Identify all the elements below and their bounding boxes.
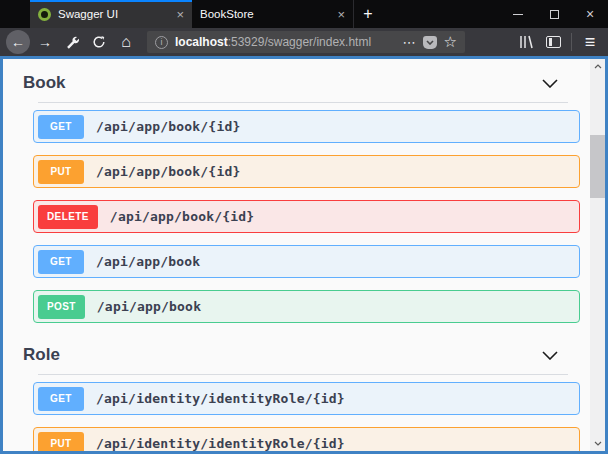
method-badge: PUT [38, 432, 84, 452]
section-divider [38, 102, 568, 103]
endpoint-path: /api/app/book/{id} [110, 209, 254, 224]
library-button[interactable] [514, 30, 538, 54]
chevron-down-icon [594, 441, 602, 446]
titlebar-dragspace [0, 0, 30, 28]
section-title: Book [23, 73, 66, 93]
endpoint-row-delete[interactable]: DELETE/api/app/book/{id} [33, 200, 580, 233]
api-sections: BookGET/api/app/book/{id}PUT/api/app/boo… [3, 73, 590, 451]
scroll-down-button[interactable] [590, 436, 605, 451]
menu-button[interactable]: ≡ [578, 30, 602, 54]
tab-title: Swagger UI [58, 8, 168, 20]
new-tab-button[interactable]: + [354, 0, 382, 28]
tab-bookstore[interactable]: BookStore × [192, 0, 354, 28]
endpoint-path: /api/app/book/{id} [96, 164, 240, 179]
vertical-scrollbar[interactable] [590, 59, 605, 451]
site-info-icon[interactable]: i [155, 36, 168, 49]
endpoint-path: /api/identity/identityRole/{id} [96, 436, 345, 451]
endpoint-path: /api/app/book/{id} [96, 119, 240, 134]
forward-icon: → [38, 34, 52, 50]
api-section-role: RoleGET/api/identity/identityRole/{id}PU… [3, 335, 590, 451]
method-badge: POST [38, 295, 85, 319]
section-divider [38, 374, 568, 375]
endpoint-row-get[interactable]: GET/api/identity/identityRole/{id} [33, 382, 580, 415]
library-icon [519, 35, 534, 49]
endpoint-row-put[interactable]: PUT/api/identity/identityRole/{id} [33, 427, 580, 451]
back-icon: ← [11, 34, 25, 50]
endpoint-row-put[interactable]: PUT/api/app/book/{id} [33, 155, 580, 188]
toolbar-separator [571, 33, 572, 51]
pocket-icon[interactable] [423, 36, 437, 49]
home-icon: ⌂ [121, 33, 131, 51]
navigation-toolbar: ← → ⌂ i localhost:53929/swagger/index.ht… [0, 28, 608, 56]
sidebar-toggle-button[interactable] [541, 30, 565, 54]
tab-close-icon[interactable]: × [168, 7, 184, 22]
scroll-up-button[interactable] [590, 59, 605, 74]
window-controls: × [500, 0, 608, 28]
titlebar: Swagger UI × BookStore × + × [0, 0, 608, 28]
swagger-page: BookGET/api/app/book/{id}PUT/api/app/boo… [3, 59, 590, 451]
method-badge: GET [38, 115, 84, 139]
method-badge: PUT [38, 160, 84, 184]
address-bar[interactable]: i localhost:53929/swagger/index.html ⋯ ☆ [147, 31, 465, 53]
wrench-icon [65, 35, 79, 49]
page-content: BookGET/api/app/book/{id}PUT/api/app/boo… [0, 56, 608, 454]
url-host: localhost [175, 35, 228, 49]
browser-window: Swagger UI × BookStore × + × ← → ⌂ i loc… [0, 0, 608, 454]
chevron-up-icon [594, 64, 602, 69]
section-header-role[interactable]: Role [23, 335, 558, 365]
back-button[interactable]: ← [6, 30, 30, 54]
home-button[interactable]: ⌂ [114, 30, 138, 54]
chevron-down-icon [542, 79, 558, 88]
close-button[interactable]: × [572, 0, 608, 28]
maximize-icon [550, 10, 559, 19]
minimize-button[interactable] [500, 0, 536, 28]
page-actions-button[interactable]: ⋯ [403, 35, 416, 50]
swagger-favicon-icon [38, 8, 51, 21]
maximize-button[interactable] [536, 0, 572, 28]
reload-button[interactable] [87, 30, 111, 54]
method-badge: GET [38, 387, 84, 411]
endpoint-row-get[interactable]: GET/api/app/book/{id} [33, 110, 580, 143]
endpoint-row-post[interactable]: POST/api/app/book [33, 290, 580, 323]
tab-close-icon[interactable]: × [329, 7, 345, 22]
method-badge: GET [38, 250, 84, 274]
endpoint-row-get[interactable]: GET/api/app/book [33, 245, 580, 278]
section-header-book[interactable]: Book [23, 73, 558, 93]
api-section-book: BookGET/api/app/book/{id}PUT/api/app/boo… [3, 73, 590, 323]
sidebar-icon [546, 36, 561, 48]
url-text[interactable]: localhost:53929/swagger/index.html [175, 35, 396, 49]
hamburger-menu-icon: ≡ [585, 32, 596, 53]
tab-swagger-ui[interactable]: Swagger UI × [30, 0, 192, 28]
endpoint-path: /api/app/book [96, 254, 200, 269]
scrollbar-thumb[interactable] [590, 135, 605, 198]
developer-tools-button[interactable] [60, 30, 84, 54]
endpoint-path: /api/app/book [97, 299, 201, 314]
section-title: Role [23, 345, 60, 365]
minimize-icon [513, 14, 523, 15]
forward-button[interactable]: → [33, 30, 57, 54]
reload-icon [92, 35, 106, 49]
bookmark-star-icon[interactable]: ☆ [444, 33, 457, 51]
tab-title: BookStore [200, 8, 329, 20]
chevron-down-icon [542, 351, 558, 360]
endpoint-path: /api/identity/identityRole/{id} [96, 391, 345, 406]
method-badge: DELETE [38, 205, 98, 229]
url-path: :53929/swagger/index.html [228, 35, 371, 49]
